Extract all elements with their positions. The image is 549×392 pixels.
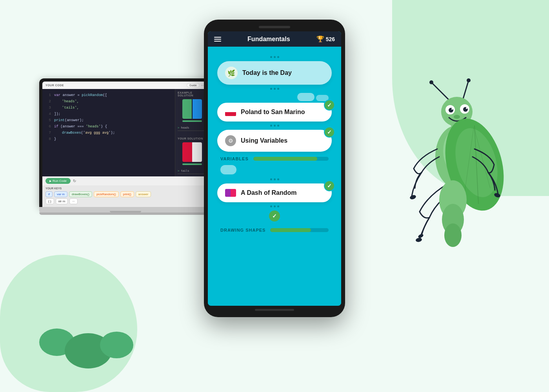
keys-row-1: if var m drawBoxes() pickRandom() print(… (45, 191, 205, 197)
phone-content: 🌿 Today is the Day (208, 47, 341, 304)
dotted-line-1 (214, 88, 335, 90)
lesson-variables[interactable]: ⚙ Using Variables ✓ (217, 130, 332, 152)
hamburger-line (214, 37, 221, 38)
svg-line-0 (431, 82, 451, 102)
phone-speaker (259, 26, 290, 28)
key-ellipsis[interactable]: ··· (69, 198, 78, 204)
code-editor[interactable]: 1 var answer = pickRandom([ 2 'heads', 3… (42, 89, 175, 176)
svg-point-22 (444, 223, 462, 247)
run-code-button[interactable]: Run Code (45, 178, 71, 184)
key-if[interactable]: if (45, 191, 53, 197)
drawing-progress-bar (270, 228, 329, 232)
lesson-title-today: Today is the Day (242, 69, 324, 76)
code-line-6: 6 if (answer === 'heads') { (47, 123, 170, 130)
lesson-dash[interactable]: A Dash of Random ✓ (217, 183, 332, 202)
laptop-screen: YOUR CODE Guide ··· 1 var answer = pickR… (39, 78, 212, 207)
svg-point-10 (466, 107, 467, 109)
drawing-progress-fill (270, 228, 311, 232)
key-drawboxes[interactable]: drawBoxes() (69, 191, 92, 197)
laptop-screen-inner: YOUR CODE Guide ··· 1 var answer = pickR… (42, 82, 209, 207)
output-section: > heads (178, 125, 206, 131)
key-pickrandom[interactable]: pickRandom() (94, 191, 119, 197)
example-label: EXAMPLE SOLUTION (178, 91, 206, 97)
gear-icon: ⚙ (225, 135, 236, 146)
bg-blob-left (0, 255, 137, 392)
code-line-7: 7 drawBoxes('avg ggg avg'); (47, 130, 170, 136)
variables-progress-bar (253, 157, 329, 161)
laptop-toolbar: YOUR CODE Guide ··· (42, 82, 209, 89)
dotted-line-2 (214, 125, 335, 127)
key-braces[interactable]: { } (45, 198, 54, 204)
cloud-row-2 (214, 164, 335, 175)
phone: Fundamentals 🏆 526 🌿 Today is the Day (204, 20, 345, 317)
dotted-line-top (214, 56, 335, 58)
key-print[interactable]: print() (120, 191, 134, 197)
toolbar-right: Guide ··· (187, 83, 205, 87)
laptop: YOUR CODE Guide ··· 1 var answer = pickR… (39, 78, 212, 215)
poland-flag-icon (225, 108, 236, 116)
cloud-row-1 (214, 93, 335, 101)
hamburger-line (214, 41, 221, 42)
key-str[interactable]: str m (56, 198, 68, 204)
key-answer[interactable]: answer (136, 191, 151, 197)
grasshopper-character (408, 78, 518, 314)
editor-area: 1 var answer = pickRandom([ 2 'heads', 3… (42, 89, 209, 176)
key-var[interactable]: var m (54, 191, 67, 197)
phone-screen: Fundamentals 🏆 526 🌿 Today is the Day (208, 31, 341, 306)
guide-button[interactable]: Guide (187, 83, 200, 87)
app-title: Fundamentals (247, 36, 290, 43)
score-text: 526 (326, 36, 335, 42)
reload-icon[interactable]: ↻ (73, 179, 76, 183)
leaf-icon: 🌿 (225, 67, 238, 79)
svg-point-23 (409, 194, 416, 200)
variables-progress-section: VARIABLES (214, 153, 335, 164)
code-line-5: 5 print(answer); (47, 117, 170, 123)
code-line-1: 1 var answer = pickRandom([ (47, 92, 170, 98)
code-line-8: 8 } (47, 136, 170, 142)
completed-badge-variables: ✓ (324, 127, 335, 138)
laptop-base (39, 207, 212, 212)
phone-notch (208, 26, 341, 28)
example-preview (182, 99, 202, 119)
code-line-3: 3 'tails', (47, 105, 170, 111)
trophy-icon: 🏆 (316, 35, 324, 43)
code-line-2: 2 'heads', (47, 98, 170, 105)
solution-label: YOUR SOLUTION (178, 137, 206, 140)
solution-preview (182, 142, 202, 162)
keys-section: YOUR KEYS if var m drawBoxes() pickRando… (42, 185, 209, 207)
home-indicator (255, 309, 294, 311)
phone-bottom-bar (208, 309, 341, 311)
lesson-poland[interactable]: Poland to San Marino ✓ (217, 103, 332, 122)
output-heads: > heads (178, 125, 206, 131)
drawing-progress-section: DRAWING SHAPES (214, 225, 335, 236)
variables-progress-fill (253, 157, 317, 161)
phone-nav-bar: Fundamentals 🏆 526 (208, 31, 341, 47)
your-keys-label: YOUR KEYS (45, 187, 205, 190)
laptop-bottom (39, 212, 212, 215)
svg-point-11 (454, 115, 460, 119)
completed-badge-poland: ✓ (324, 100, 335, 111)
hamburger-menu[interactable] (214, 37, 221, 42)
lesson-title-variables: Using Variables (241, 137, 324, 144)
bush-decoration (39, 328, 133, 368)
output-tails: > tails (178, 168, 206, 174)
lesson-title-dash: A Dash of Random (241, 189, 324, 196)
dotted-line-3 (214, 178, 335, 180)
dash-icon (225, 189, 236, 197)
svg-point-1 (429, 80, 433, 84)
your-code-label: YOUR CODE (45, 84, 64, 87)
completed-badge-dash: ✓ (324, 180, 335, 191)
phone-body: Fundamentals 🏆 526 🌿 Today is the Day (204, 20, 345, 317)
run-code-bar: Run Code ↻ (42, 176, 209, 185)
svg-line-2 (463, 80, 469, 100)
drawing-label: DRAWING SHAPES (220, 228, 265, 232)
lesson-title-poland: Poland to San Marino (241, 109, 324, 116)
trophy-score: 🏆 526 (316, 35, 335, 43)
lesson-today[interactable]: 🌿 Today is the Day (217, 61, 332, 85)
svg-point-25 (415, 238, 422, 243)
keys-row-2: { } str m ··· (45, 198, 205, 204)
hamburger-line (214, 39, 221, 40)
svg-point-9 (451, 108, 453, 110)
code-line-4: 4 ]); (47, 111, 170, 117)
dotted-line-4 (214, 205, 335, 207)
